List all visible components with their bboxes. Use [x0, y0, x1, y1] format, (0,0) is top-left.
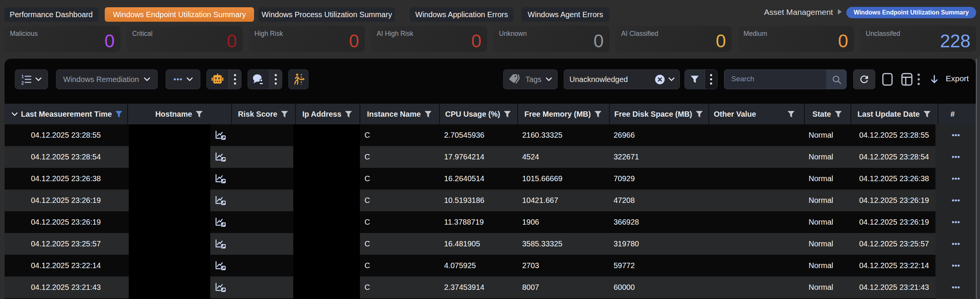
- svg-text:1: 1: [21, 74, 24, 79]
- svg-text:2: 2: [21, 80, 24, 85]
